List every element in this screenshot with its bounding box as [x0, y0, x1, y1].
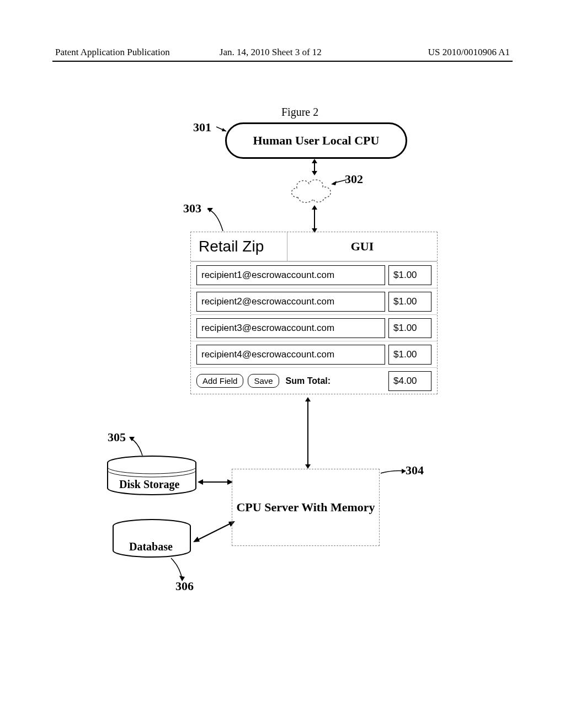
recipient-amount-3[interactable]: $1.00	[388, 318, 431, 338]
arrow-disk-server	[198, 474, 233, 491]
database-node: Database	[110, 518, 193, 563]
header-rule	[52, 61, 513, 62]
recipient-row-2: recipient2@escrowaccount.com $1.00	[191, 288, 437, 314]
recipient-email-2[interactable]: recipient2@escrowaccount.com	[196, 292, 385, 312]
ref-303: 303	[183, 201, 201, 216]
page-header: Patent Application Publication Jan. 14, …	[55, 47, 510, 58]
svg-line-20	[196, 523, 232, 540]
header-left: Patent Application Publication	[55, 47, 170, 58]
ref-305: 305	[108, 430, 126, 445]
add-field-button[interactable]: Add Field	[196, 374, 243, 388]
gui-label: GUI	[287, 232, 437, 261]
svg-marker-6	[331, 181, 337, 185]
leader-301	[216, 125, 233, 136]
svg-marker-12	[305, 397, 311, 402]
svg-marker-1	[222, 128, 226, 131]
recipient-row-4: recipient4@escrowaccount.com $1.00	[191, 341, 437, 367]
human-user-cpu-node: Human User Local CPU	[225, 122, 407, 159]
cloud-icon	[287, 173, 337, 207]
arrow-cloud-gui	[309, 205, 320, 233]
header-mid: Jan. 14, 2010 Sheet 3 of 12	[170, 47, 428, 58]
svg-marker-8	[312, 205, 317, 210]
diagram-canvas: Figure 2 Human User Local CPU 301 302 30…	[0, 77, 565, 684]
leader-306	[166, 557, 188, 581]
arrow-gui-server	[302, 397, 313, 469]
retail-zip-label: Retail Zip	[191, 232, 287, 261]
recipient-amount-1[interactable]: $1.00	[388, 265, 431, 285]
recipient-row-1: recipient1@escrowaccount.com $1.00	[191, 261, 437, 288]
sum-total-value: $4.00	[388, 371, 431, 391]
svg-marker-24	[179, 576, 185, 581]
sum-total-label: Sum Total:	[286, 376, 331, 386]
arrow-db-server	[192, 518, 236, 546]
figure-title: Figure 2	[281, 106, 318, 119]
server-label: CPU Server With Memory	[236, 500, 375, 516]
gui-footer: Add Field Save Sum Total: $4.00	[191, 367, 437, 394]
disk-storage-node: Disk Storage	[105, 455, 199, 499]
gui-header: Retail Zip GUI	[191, 232, 437, 261]
server-node: CPU Server With Memory	[232, 469, 380, 546]
svg-marker-18	[198, 479, 203, 485]
leader-305	[129, 436, 146, 458]
recipient-email-1[interactable]: recipient1@escrowaccount.com	[196, 265, 385, 285]
save-button[interactable]: Save	[248, 374, 279, 388]
gui-panel: Retail Zip GUI recipient1@escrowaccount.…	[190, 232, 438, 394]
svg-marker-13	[305, 464, 311, 469]
recipient-amount-2[interactable]: $1.00	[388, 292, 431, 312]
leader-304	[380, 469, 407, 478]
recipient-email-4[interactable]: recipient4@escrowaccount.com	[196, 345, 385, 365]
header-right: US 2010/0010906 A1	[428, 47, 510, 58]
recipient-email-3[interactable]: recipient3@escrowaccount.com	[196, 318, 385, 338]
disk-storage-label: Disk Storage	[119, 478, 179, 491]
svg-marker-3	[312, 159, 317, 163]
recipient-row-3: recipient3@escrowaccount.com $1.00	[191, 314, 437, 341]
leader-303	[206, 207, 228, 234]
svg-marker-21	[193, 537, 200, 542]
svg-marker-23	[402, 469, 406, 474]
ref-301: 301	[193, 120, 211, 135]
recipient-amount-4[interactable]: $1.00	[388, 345, 431, 365]
database-label: Database	[129, 540, 173, 553]
human-user-cpu-label: Human User Local CPU	[253, 133, 380, 148]
leader-302	[331, 178, 348, 186]
ref-304: 304	[406, 463, 424, 478]
